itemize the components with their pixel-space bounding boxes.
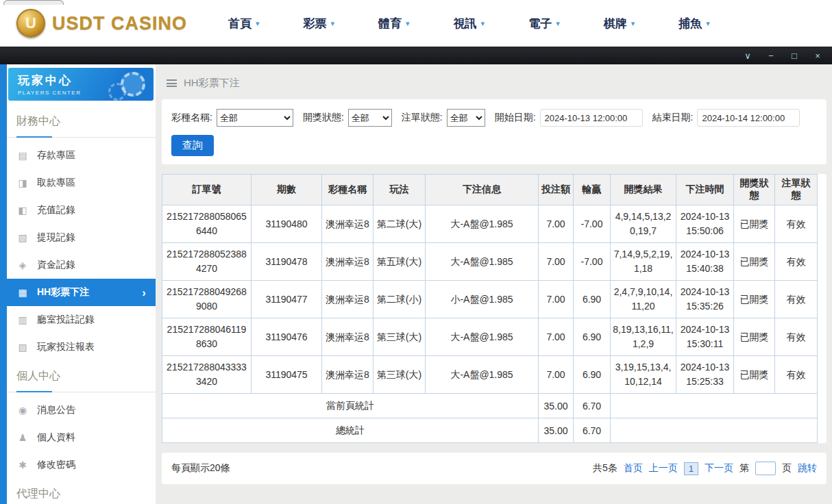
sidebar-item-hh-lottery-bets[interactable]: ▦ HH彩票下注 › <box>7 279 156 306</box>
column-header: 投注額 <box>539 175 574 205</box>
order-status-select[interactable]: 全部 <box>447 109 485 127</box>
nav-label: 視訊 <box>454 16 477 32</box>
window-close-icon[interactable]: × <box>813 51 822 60</box>
cell-order-number: 2152172880433333420 <box>162 356 252 394</box>
column-header: 開獎結果 <box>611 175 676 205</box>
sidebar-item-label: 玩家投注報表 <box>37 341 95 353</box>
page-suffix-label: 页 <box>782 462 792 475</box>
cell-order-number: 2152172880580656440 <box>162 205 252 243</box>
cell-period: 31190480 <box>252 205 322 243</box>
cell-order-status: 有效 <box>775 243 818 281</box>
order-status-label: 注單狀態: <box>402 112 443 124</box>
bet-row: 215217288052388427031190478澳洲幸运8第五球(大)大-… <box>162 243 818 281</box>
cell-play-type: 第三球(大) <box>374 318 426 356</box>
bet-row: 215217288043333342031190475澳洲幸运8第三球(大)大-… <box>162 356 818 394</box>
start-date-input[interactable] <box>540 109 643 127</box>
sidebar-item-recharge-record[interactable]: ◧ 充值記錄 <box>7 197 156 224</box>
top-nav: U USDT CASINO 首頁▾ 彩票▾ 體育▾ 視訊▾ 電子▾ 棋牌▾ 捕魚… <box>0 0 832 47</box>
column-header: 開獎狀態 <box>734 175 775 205</box>
sidebar-item-announcements[interactable]: ◉ 消息公告 <box>7 396 156 424</box>
window-maximize-icon[interactable]: □ <box>790 51 799 60</box>
page-jump-input[interactable] <box>755 462 776 475</box>
nav-item-fishing[interactable]: 捕魚▾ <box>678 16 710 32</box>
section-agent-center: 代理中心 <box>7 479 156 504</box>
cell-bet-info: 大-A盤@1.985 <box>426 243 539 281</box>
cell-draw-status: 已開獎 <box>734 243 775 281</box>
cell-period: 31190477 <box>252 281 322 318</box>
window-minimize-icon[interactable]: − <box>766 51 776 60</box>
workspace: 玩家中心 PLAYERS CENTER 財務中心 ▤ 存款專區 ◨ 取款專區 ◧… <box>0 64 832 504</box>
withdraw-icon: ◨ <box>16 177 29 188</box>
draw-status-select[interactable]: 全部 <box>348 109 392 127</box>
sidebar-item-cashout-record[interactable]: ▧ 提現記錄 <box>7 224 156 251</box>
lottery-type-select[interactable]: 全部 <box>217 109 293 127</box>
browser-tab-fragment[interactable] <box>3 0 64 5</box>
cell-play-type: 第五球(大) <box>374 243 426 281</box>
sidebar-item-label: 資金記錄 <box>37 259 75 271</box>
sidebar-item-profile[interactable]: ♟ 個人資料 <box>7 424 156 451</box>
cell-win-loss: 6.90 <box>574 281 611 318</box>
sidebar-item-change-password[interactable]: ✱ 修改密碼 <box>7 451 156 479</box>
end-date-input[interactable] <box>697 109 800 127</box>
current-page-indicator[interactable]: 1 <box>684 462 698 475</box>
player-center-banner: 玩家中心 PLAYERS CENTER <box>8 68 154 101</box>
nav-item-slots[interactable]: 電子▾ <box>528 16 560 32</box>
lottery-bet-icon: ▦ <box>16 287 29 298</box>
nav-item-live-video[interactable]: 視訊▾ <box>454 16 485 32</box>
jump-link[interactable]: 跳转 <box>798 462 817 475</box>
window-collapse-icon[interactable]: ∨ <box>743 51 753 60</box>
menu-toggle-icon[interactable] <box>167 79 177 87</box>
nav-label: 體育 <box>378 16 402 32</box>
cell-win-loss: 6.90 <box>574 356 611 394</box>
start-date-label: 開始日期: <box>495 112 536 124</box>
cell-draw-result: 4,9,14,5,13,20,19,7 <box>611 205 676 243</box>
sidebar-item-label: 個人資料 <box>37 431 75 444</box>
next-page-link[interactable]: 下一页 <box>705 462 733 475</box>
sidebar: 玩家中心 PLAYERS CENTER 財務中心 ▤ 存款專區 ◨ 取款專區 ◧… <box>7 64 156 504</box>
cell-bet-info: 大-A盤@1.985 <box>426 318 539 356</box>
sidebar-item-hall-bet-records[interactable]: ▥ 廳室投註記錄 <box>7 306 156 333</box>
cell-draw-result: 8,19,13,16,11,1,2,9 <box>611 318 676 356</box>
bet-row: 215217288046119863031190476澳洲幸运8第三球(大)大-… <box>162 318 818 356</box>
cell-draw-result: 3,19,15,13,4,10,12,14 <box>611 356 676 394</box>
main-content: HH彩票下注 彩種名稱: 全部 開獎狀態: 全部 注單狀態: 全部 開始日期: … <box>156 64 832 504</box>
nav-label: 彩票 <box>304 16 327 32</box>
sidebar-item-deposit[interactable]: ▤ 存款專區 <box>7 142 156 169</box>
cell-order-number: 2152172880492689080 <box>162 281 252 318</box>
profile-icon: ♟ <box>16 432 29 443</box>
cell-draw-result: 7,14,9,5,2,19,1,18 <box>611 243 676 281</box>
logo[interactable]: U USDT CASINO <box>16 9 187 38</box>
chevron-down-icon: ▾ <box>706 20 710 27</box>
grand-summary-bet-total: 35.00 <box>539 418 574 443</box>
filter-panel: 彩種名稱: 全部 開獎狀態: 全部 注單狀態: 全部 開始日期: 結束日期: 查… <box>162 99 827 164</box>
nav-item-sports[interactable]: 體育▾ <box>378 16 410 32</box>
page-title: HH彩票下注 <box>184 77 240 90</box>
nav-label: 首頁 <box>228 16 252 32</box>
bets-table-card: 訂單號期數彩種名稱玩法下注信息投注額輸贏開獎結果下注時間開獎狀態注單狀態 215… <box>162 174 827 443</box>
page-summary-winloss-total: 6.70 <box>574 394 611 418</box>
search-button[interactable]: 查詢 <box>171 135 214 156</box>
cell-lottery-name: 澳洲幸运8 <box>322 281 374 318</box>
column-header: 訂單號 <box>162 175 252 205</box>
prev-page-link[interactable]: 上一页 <box>649 462 678 475</box>
cell-lottery-name: 澳洲幸运8 <box>322 356 374 394</box>
page-summary-empty-cell <box>611 394 818 418</box>
nav-item-lottery[interactable]: 彩票▾ <box>304 16 335 32</box>
page-summary-row: 當前頁統計 35.00 6.70 <box>162 394 818 418</box>
nav-item-home[interactable]: 首頁▾ <box>228 16 260 32</box>
nav-item-card-games[interactable]: 棋牌▾ <box>604 16 635 32</box>
cell-order-status: 有效 <box>775 205 818 243</box>
sidebar-item-player-bet-report[interactable]: ▨ 玩家投注報表 <box>7 333 156 361</box>
draw-status-label: 開獎狀態: <box>303 112 344 124</box>
chevron-down-icon: ▾ <box>556 20 560 27</box>
lottery-type-label: 彩種名稱: <box>171 112 212 124</box>
sidebar-item-withdraw[interactable]: ◨ 取款專區 <box>7 169 156 197</box>
chevron-down-icon: ▾ <box>331 20 335 27</box>
page-prefix-label: 第 <box>739 462 749 475</box>
first-page-link[interactable]: 首页 <box>624 462 643 475</box>
chevron-right-icon: › <box>142 287 146 299</box>
cell-bet-amount: 7.00 <box>539 318 574 356</box>
sidebar-item-funds-record[interactable]: ◈ 資金記錄 <box>7 251 156 279</box>
bet-row: 215217288049268908031190477澳洲幸运8第二球(小)小-… <box>162 281 818 318</box>
cell-draw-status: 已開獎 <box>734 281 775 318</box>
